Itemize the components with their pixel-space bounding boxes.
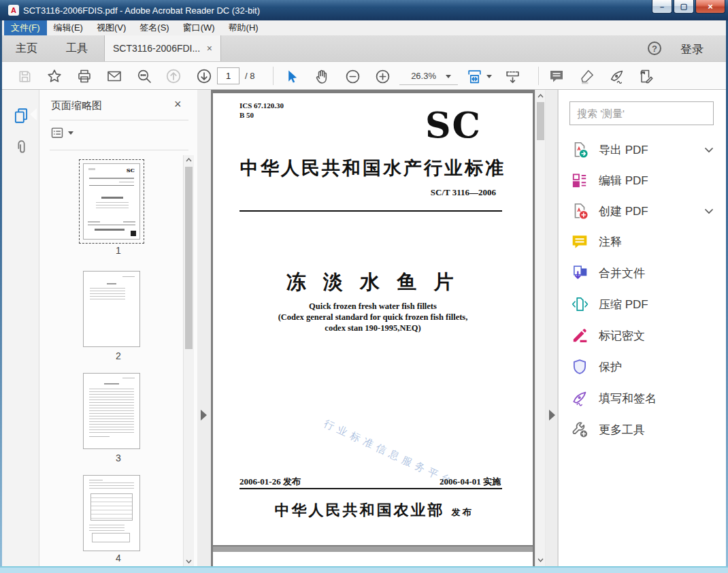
chevron-down-icon[interactable] bbox=[704, 144, 714, 156]
comment-tool-button[interactable] bbox=[544, 64, 569, 88]
find-button[interactable] bbox=[132, 64, 156, 88]
fit-width-button[interactable] bbox=[462, 64, 486, 88]
zoom-dropdown-caret-icon[interactable] bbox=[446, 75, 451, 78]
thumbnail-label-3: 3 bbox=[39, 453, 197, 463]
page-display-button[interactable] bbox=[500, 64, 525, 88]
acrobat-window: A SCT3116-2006FDIS.pdf - Adobe Acrobat R… bbox=[0, 0, 728, 573]
menu-help[interactable]: 帮助(H) bbox=[222, 20, 265, 35]
select-tool-button[interactable] bbox=[279, 64, 303, 88]
pdf-page-1[interactable]: ICS 67.120.30 B 50 SC 中华人民共和国水产行业标准 SC/T… bbox=[213, 93, 533, 545]
tab-home[interactable]: 主页 bbox=[16, 35, 37, 61]
thumbnail-label-1: 1 bbox=[39, 245, 197, 256]
print-button[interactable] bbox=[72, 64, 97, 88]
zoom-underline bbox=[399, 84, 458, 85]
more-tools-wrench-icon bbox=[571, 421, 589, 438]
hand-tool-button[interactable] bbox=[310, 64, 334, 88]
document-scrollbar[interactable] bbox=[535, 90, 545, 566]
minimize-button[interactable]: – bbox=[652, 0, 672, 14]
tool-protect[interactable]: 保护 bbox=[571, 353, 721, 380]
next-page-button[interactable] bbox=[192, 64, 216, 88]
tool-fill-sign[interactable]: 填写和签名 bbox=[571, 384, 721, 412]
scrollbar-thumb[interactable] bbox=[185, 167, 193, 349]
paperclip-icon bbox=[13, 139, 30, 156]
tools-search-input[interactable] bbox=[569, 101, 714, 125]
document-title-en-3: codex stan 190-1995,NEQ) bbox=[213, 323, 533, 333]
thumb-sc-logo: SC bbox=[127, 167, 135, 174]
scroll-up-icon[interactable] bbox=[535, 91, 546, 101]
menu-sign[interactable]: 签名(S) bbox=[133, 20, 176, 35]
menu-bar: 文件(F) 编辑(E) 视图(V) 签名(S) 窗口(W) 帮助(H) bbox=[2, 20, 726, 35]
toolbar-separator bbox=[538, 67, 539, 85]
favorite-button[interactable] bbox=[42, 64, 67, 88]
close-button[interactable]: × bbox=[695, 0, 725, 14]
page-count-label: / 8 bbox=[245, 71, 254, 81]
tool-comment[interactable]: 注释 bbox=[571, 228, 721, 255]
menu-file[interactable]: 文件(F) bbox=[4, 20, 47, 35]
tool-label: 导出 PDF bbox=[599, 142, 648, 158]
menu-view[interactable]: 视图(V) bbox=[90, 20, 133, 35]
tool-label: 创建 PDF bbox=[599, 203, 648, 219]
page-up-icon bbox=[165, 67, 182, 85]
publisher-row: 中华人民共和国农业部发 布 bbox=[213, 500, 533, 521]
tool-create-pdf[interactable]: 创建 PDF bbox=[571, 197, 721, 225]
zoom-out-button[interactable] bbox=[340, 64, 365, 88]
page-thumbnails-rail-button[interactable] bbox=[10, 105, 32, 127]
collapse-left-arrow-icon[interactable] bbox=[201, 410, 207, 421]
menu-edit[interactable]: 编辑(E) bbox=[47, 20, 90, 35]
tool-edit-pdf[interactable]: 编辑 PDF bbox=[571, 167, 721, 194]
pdf-page-2-edge[interactable] bbox=[213, 552, 533, 566]
active-panel-notch bbox=[30, 108, 37, 120]
thumbnail-page-1[interactable]: SC bbox=[83, 163, 140, 240]
tool-compress-pdf[interactable]: 压缩 PDF bbox=[571, 291, 721, 318]
tool-export-pdf[interactable]: 导出 PDF bbox=[571, 136, 721, 163]
issue-date: 2006-01-26 发布 bbox=[239, 476, 301, 488]
help-icon[interactable]: ? bbox=[648, 42, 661, 55]
collapse-right-arrow-icon[interactable] bbox=[549, 410, 555, 421]
scrollbar-thumb[interactable] bbox=[537, 102, 544, 140]
send-for-signature-button[interactable] bbox=[634, 64, 659, 88]
save-button[interactable] bbox=[12, 64, 37, 88]
tool-combine-files[interactable]: 合并文件 bbox=[571, 259, 721, 286]
menu-window[interactable]: 窗口(W) bbox=[176, 20, 222, 35]
page-number-input[interactable] bbox=[217, 67, 239, 84]
save-icon bbox=[17, 69, 33, 84]
left-navigation-rail bbox=[2, 90, 39, 566]
previous-page-button[interactable] bbox=[161, 64, 186, 88]
attachments-rail-button[interactable] bbox=[10, 136, 32, 158]
maximize-button[interactable]: ▢ bbox=[674, 0, 694, 14]
tab-document[interactable]: SCT3116-2006FDI... × bbox=[104, 35, 221, 61]
scroll-down-icon[interactable] bbox=[184, 557, 194, 566]
fill-sign-tool-button[interactable] bbox=[604, 64, 629, 88]
tool-redact[interactable]: 标记密文 bbox=[571, 322, 721, 349]
thumbnail-options-button[interactable] bbox=[50, 126, 73, 140]
page-gap bbox=[213, 546, 533, 552]
thumbnails-scrollbar[interactable] bbox=[183, 155, 194, 566]
fit-dropdown-caret-icon[interactable] bbox=[486, 75, 492, 78]
zoom-in-button[interactable] bbox=[370, 64, 395, 88]
thumbnail-page-3[interactable] bbox=[83, 373, 140, 449]
class-code: B 50 bbox=[239, 111, 284, 120]
tool-more-tools[interactable]: 更多工具 bbox=[571, 416, 721, 443]
toolbar-separator bbox=[273, 67, 274, 85]
thumbnail-page-2[interactable] bbox=[83, 271, 140, 347]
chevron-down-icon[interactable] bbox=[704, 205, 714, 217]
tab-close-icon[interactable]: × bbox=[207, 43, 212, 54]
email-button[interactable] bbox=[102, 64, 127, 88]
sc-logo: SC bbox=[425, 104, 482, 146]
scroll-down-icon[interactable] bbox=[535, 555, 546, 565]
titlebar: A SCT3116-2006FDIS.pdf - Adobe Acrobat R… bbox=[0, 0, 728, 20]
scroll-up-icon[interactable] bbox=[184, 155, 194, 165]
document-viewport[interactable]: ICS 67.120.30 B 50 SC 中华人民共和国水产行业标准 SC/T… bbox=[211, 90, 535, 566]
tool-label: 压缩 PDF bbox=[599, 297, 648, 312]
left-panel-splitter[interactable] bbox=[197, 90, 211, 566]
combine-files-icon bbox=[571, 264, 589, 282]
panel-close-icon[interactable]: × bbox=[174, 97, 182, 112]
highlight-tool-button[interactable] bbox=[575, 64, 599, 88]
edit-pdf-icon bbox=[571, 171, 589, 189]
tab-tools[interactable]: 工具 bbox=[66, 35, 88, 61]
thumbnail-page-4[interactable] bbox=[83, 475, 140, 551]
sign-in-button[interactable]: 登录 bbox=[680, 42, 704, 57]
panel-title: 页面缩略图 bbox=[51, 99, 102, 112]
zoom-level-value[interactable]: 26.3% bbox=[403, 71, 436, 81]
right-panel-splitter[interactable] bbox=[546, 90, 558, 566]
